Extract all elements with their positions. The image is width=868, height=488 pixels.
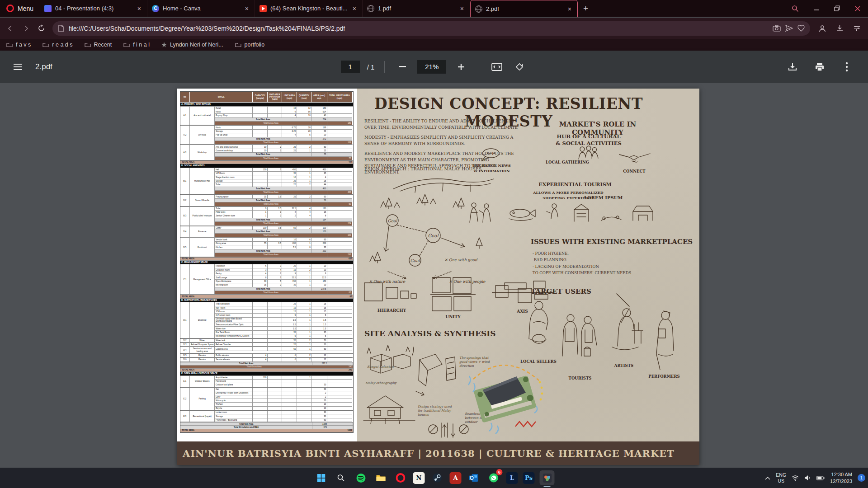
value-cell — [268, 107, 282, 110]
clock[interactable]: 12:30 AM 12/7/2023 — [830, 471, 852, 484]
table-group: B.1Multipurpose HallHall15034501450VIP R… — [180, 168, 353, 195]
bookmark-item[interactable]: f i n a l — [123, 42, 150, 48]
space-cell: Stage direction room — [215, 175, 253, 179]
language-indicator[interactable]: ENG US — [776, 472, 786, 483]
taskbar-icon-photoshop[interactable]: Ps — [523, 472, 535, 484]
concept-paragraph: MODESTY - EMPHASIZES SIMPLICITY AND SIMP… — [364, 135, 520, 147]
tab-search-icon[interactable] — [785, 0, 806, 17]
value-cell: 6 — [297, 238, 311, 242]
group-rows: Arts and crafts workshop10225250Gourmet … — [215, 145, 353, 160]
taskbar-icon-outlook[interactable] — [467, 470, 481, 485]
fit-to-width-button[interactable] — [489, 59, 505, 75]
minimize-button[interactable] — [806, 0, 826, 17]
taskbar-icon-whatsapp[interactable]: 6 — [486, 470, 501, 485]
close-window-button[interactable] — [847, 0, 868, 17]
browser-tab[interactable]: 1.pdf× — [363, 0, 470, 17]
back-button[interactable] — [4, 22, 17, 35]
new-tab-button[interactable]: + — [578, 0, 594, 17]
wifi-icon[interactable] — [792, 475, 799, 481]
battery-icon[interactable] — [816, 476, 825, 480]
taskbar-icon-spotify[interactable] — [354, 470, 368, 485]
reload-button[interactable] — [34, 22, 48, 35]
value-cell: 22 — [282, 183, 297, 187]
share-flow-icon[interactable] — [785, 25, 793, 32]
browser-menu-button[interactable]: Menu — [0, 0, 40, 17]
section-nett-label: Total Nett Area — [180, 422, 312, 426]
value-cell — [253, 327, 267, 330]
value-cell — [253, 245, 267, 249]
goal-label: Goal — [410, 258, 420, 263]
taskbar-icon-steam[interactable] — [430, 470, 445, 485]
area-cell: 504 — [311, 110, 327, 114]
openings-sketch — [415, 351, 458, 400]
zoom-out-button[interactable] — [395, 59, 410, 75]
taskbar-icon-windows-start[interactable] — [314, 470, 329, 485]
gross-cell — [327, 226, 352, 230]
taskbar-icon-search[interactable] — [334, 470, 349, 485]
downloads-icon[interactable] — [832, 22, 847, 35]
value-cell — [282, 380, 297, 383]
bookmark-heart-icon[interactable] — [797, 25, 805, 32]
total-nett-label: Total Nett Area — [215, 218, 311, 222]
value-cell: 10 — [253, 149, 267, 153]
value-cell: 2 — [268, 145, 282, 149]
browser-tab[interactable]: CHome - Canva× — [147, 0, 255, 17]
browser-tab[interactable]: 04 - Presentation (4:3)× — [40, 0, 147, 17]
tab-close-icon[interactable]: × — [566, 5, 573, 13]
table-group: B.3Public toilet/ restroomToilet93.532.5… — [180, 207, 353, 226]
taskbar-icon-photos[interactable] — [540, 470, 555, 485]
area-cell — [311, 376, 327, 380]
group-rows: Retail1512180Kiosk956504Pop-up Shop41040… — [215, 107, 353, 126]
browser-tab[interactable]: 2.pdf× — [470, 0, 578, 17]
value-cell: 5.5 — [282, 245, 297, 249]
settings-tune-icon[interactable] — [849, 22, 864, 35]
tab-close-icon[interactable]: × — [244, 5, 250, 12]
taskbar-icon-notion[interactable]: N — [413, 472, 425, 484]
taskbar-icon-opera[interactable] — [393, 470, 408, 485]
empty-cell — [328, 422, 353, 426]
browser-tab[interactable]: (64) Sean Kingston - Beauti...× — [255, 0, 363, 17]
value-cell — [268, 343, 282, 347]
taskbar-icon-lightroom[interactable]: L — [506, 472, 518, 484]
tab-close-icon[interactable]: × — [136, 5, 142, 12]
group-no-cell: B.3 — [180, 207, 190, 226]
taskbar-icon-file-explorer[interactable] — [373, 470, 388, 485]
pdf-print-button[interactable] — [812, 59, 827, 75]
maximize-restore-button[interactable] — [826, 0, 847, 17]
page-number-input[interactable]: 1 — [341, 61, 360, 73]
total-nett-row: Total Nett Area272 — [215, 137, 353, 141]
taskbar-icon-autocad[interactable]: A — [450, 472, 462, 484]
tray-chevron-up-icon[interactable] — [765, 476, 770, 480]
bookmark-item[interactable]: Recent — [85, 42, 112, 48]
notification-badge[interactable]: 1 — [858, 474, 865, 482]
bookmark-item[interactable]: portfolio — [235, 42, 264, 48]
rotate-button[interactable] — [512, 59, 527, 75]
pdf-more-options-button[interactable] — [839, 59, 854, 75]
forward-button[interactable] — [19, 22, 33, 35]
pdf-download-button[interactable] — [785, 59, 800, 75]
table-group: D.3Refuse/ Dumpster SpaceRefuse Chamber2… — [180, 343, 353, 347]
group-rows: Reception6320120Executive room3415230Pan… — [215, 264, 353, 295]
pdf-menu-icon[interactable] — [10, 59, 25, 75]
space-cell: Emergency/ People With Disabilities — [215, 391, 253, 395]
value-cell: 4 — [297, 207, 311, 211]
tab-close-icon[interactable]: × — [459, 5, 465, 12]
bookmark-item[interactable]: f a v s — [6, 42, 31, 48]
profile-icon[interactable] — [815, 22, 830, 35]
bookmark-item[interactable]: Lyndon Neri of Neri... — [161, 42, 223, 48]
table-group: E.1Outdoor SpacesAmphitheater1001Playgro… — [180, 376, 353, 388]
tab-close-icon[interactable]: × — [351, 5, 358, 12]
zoom-in-button[interactable] — [453, 59, 469, 75]
zoom-level-input[interactable]: 21% — [417, 60, 446, 74]
gross-cell — [327, 172, 352, 175]
pdf-viewport[interactable]: NoSPACECAPACITY (people)UNIT AREA Per Pe… — [0, 83, 868, 468]
space-cell: Toilet — [215, 183, 253, 187]
volume-icon[interactable] — [804, 475, 811, 481]
target-user-label: ARTISTS — [605, 363, 643, 368]
address-bar[interactable]: file:///C:/Users/Scha/Documents/Degree/Y… — [52, 21, 810, 36]
area-cell: 100 — [311, 226, 327, 230]
snapshot-camera-icon[interactable] — [773, 25, 781, 32]
value-cell: 60 — [282, 347, 297, 351]
bookmark-item[interactable]: r e a d s — [42, 42, 72, 48]
table-row: Fire Tank Room35135 — [215, 331, 353, 334]
